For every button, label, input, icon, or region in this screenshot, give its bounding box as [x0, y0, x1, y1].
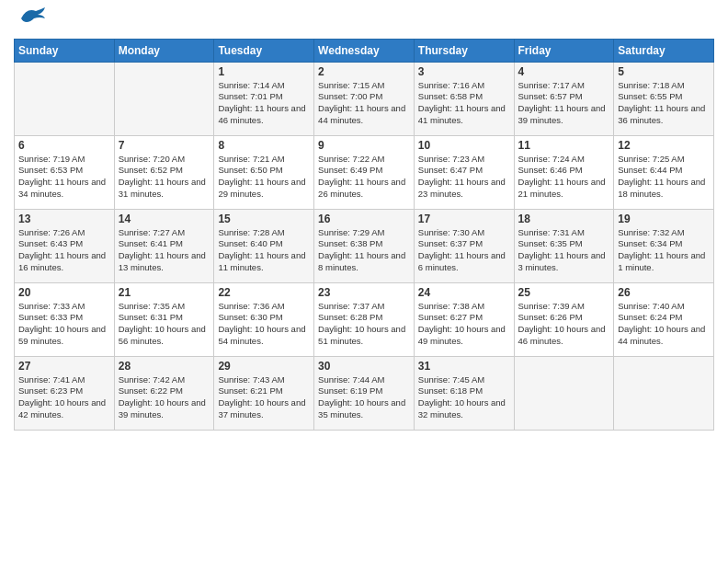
weekday-header-thursday: Thursday — [414, 39, 514, 62]
day-number: 15 — [218, 213, 310, 225]
cell-info: Sunrise: 7:20 AM Sunset: 6:52 PM Dayligh… — [119, 154, 210, 201]
cell-info: Sunrise: 7:43 AM Sunset: 6:21 PM Dayligh… — [218, 374, 310, 421]
calendar-cell: 22Sunrise: 7:36 AM Sunset: 6:30 PM Dayli… — [214, 282, 314, 356]
day-number: 29 — [218, 360, 310, 373]
day-number: 2 — [318, 65, 410, 78]
calendar-row-2: 13Sunrise: 7:26 AM Sunset: 6:43 PM Dayli… — [15, 209, 714, 282]
day-number: 7 — [119, 139, 210, 152]
day-number: 23 — [318, 286, 410, 299]
cell-info: Sunrise: 7:36 AM Sunset: 6:30 PM Dayligh… — [218, 301, 310, 348]
cell-info: Sunrise: 7:27 AM Sunset: 6:41 PM Dayligh… — [119, 227, 210, 274]
calendar-cell: 8Sunrise: 7:21 AM Sunset: 6:50 PM Daylig… — [214, 135, 314, 209]
cell-info: Sunrise: 7:44 AM Sunset: 6:19 PM Dayligh… — [318, 374, 410, 421]
day-number: 13 — [18, 213, 110, 225]
calendar-cell: 16Sunrise: 7:29 AM Sunset: 6:38 PM Dayli… — [314, 209, 415, 282]
cell-info: Sunrise: 7:38 AM Sunset: 6:27 PM Dayligh… — [418, 301, 510, 348]
calendar-cell: 9Sunrise: 7:22 AM Sunset: 6:49 PM Daylig… — [314, 135, 415, 209]
calendar-cell: 4Sunrise: 7:17 AM Sunset: 6:57 PM Daylig… — [514, 62, 614, 135]
calendar-cell — [614, 356, 714, 430]
weekday-header-tuesday: Tuesday — [214, 39, 314, 62]
calendar-cell: 12Sunrise: 7:25 AM Sunset: 6:44 PM Dayli… — [614, 135, 714, 209]
day-number: 1 — [218, 65, 310, 78]
logo — [14, 13, 47, 31]
day-number: 26 — [618, 286, 710, 299]
day-number: 3 — [418, 65, 510, 78]
weekday-header-wednesday: Wednesday — [314, 39, 415, 62]
calendar-cell: 5Sunrise: 7:18 AM Sunset: 6:55 PM Daylig… — [614, 62, 714, 135]
day-number: 28 — [119, 360, 210, 373]
cell-info: Sunrise: 7:19 AM Sunset: 6:53 PM Dayligh… — [18, 154, 110, 201]
calendar-cell — [114, 62, 214, 135]
calendar-cell: 13Sunrise: 7:26 AM Sunset: 6:43 PM Dayli… — [15, 209, 115, 282]
calendar-cell: 23Sunrise: 7:37 AM Sunset: 6:28 PM Dayli… — [314, 282, 415, 356]
cell-info: Sunrise: 7:37 AM Sunset: 6:28 PM Dayligh… — [318, 301, 410, 348]
day-number: 19 — [618, 213, 710, 225]
cell-info: Sunrise: 7:45 AM Sunset: 6:18 PM Dayligh… — [418, 374, 510, 421]
calendar-cell: 20Sunrise: 7:33 AM Sunset: 6:33 PM Dayli… — [15, 282, 115, 356]
day-number: 14 — [119, 213, 210, 225]
calendar-cell: 15Sunrise: 7:28 AM Sunset: 6:40 PM Dayli… — [214, 209, 314, 282]
cell-info: Sunrise: 7:18 AM Sunset: 6:55 PM Dayligh… — [618, 80, 710, 127]
cell-info: Sunrise: 7:33 AM Sunset: 6:33 PM Dayligh… — [18, 301, 110, 348]
calendar-cell: 18Sunrise: 7:31 AM Sunset: 6:35 PM Dayli… — [514, 209, 614, 282]
weekday-header-sunday: Sunday — [15, 39, 115, 62]
calendar-cell: 24Sunrise: 7:38 AM Sunset: 6:27 PM Dayli… — [414, 282, 514, 356]
calendar-row-1: 6Sunrise: 7:19 AM Sunset: 6:53 PM Daylig… — [15, 135, 714, 209]
calendar-table: SundayMondayTuesdayWednesdayThursdayFrid… — [14, 39, 714, 431]
calendar-row-4: 27Sunrise: 7:41 AM Sunset: 6:23 PM Dayli… — [15, 356, 714, 430]
day-number: 31 — [418, 360, 510, 373]
calendar-cell: 26Sunrise: 7:40 AM Sunset: 6:24 PM Dayli… — [614, 282, 714, 356]
calendar-cell: 1Sunrise: 7:14 AM Sunset: 7:01 PM Daylig… — [214, 62, 314, 135]
day-number: 25 — [518, 286, 610, 299]
day-number: 8 — [218, 139, 310, 152]
day-number: 11 — [518, 139, 610, 152]
cell-info: Sunrise: 7:41 AM Sunset: 6:23 PM Dayligh… — [18, 374, 110, 421]
cell-info: Sunrise: 7:32 AM Sunset: 6:34 PM Dayligh… — [618, 227, 710, 274]
weekday-header-friday: Friday — [514, 39, 614, 62]
calendar-cell: 10Sunrise: 7:23 AM Sunset: 6:47 PM Dayli… — [414, 135, 514, 209]
cell-info: Sunrise: 7:15 AM Sunset: 7:00 PM Dayligh… — [318, 80, 410, 127]
cell-info: Sunrise: 7:40 AM Sunset: 6:24 PM Dayligh… — [618, 301, 710, 348]
day-number: 16 — [318, 213, 410, 225]
day-number: 17 — [418, 213, 510, 225]
calendar-cell: 25Sunrise: 7:39 AM Sunset: 6:26 PM Dayli… — [514, 282, 614, 356]
calendar-header-row: SundayMondayTuesdayWednesdayThursdayFrid… — [15, 39, 714, 62]
cell-info: Sunrise: 7:24 AM Sunset: 6:46 PM Dayligh… — [518, 154, 610, 201]
day-number: 20 — [18, 286, 110, 299]
day-number: 9 — [318, 139, 410, 152]
calendar-row-0: 1Sunrise: 7:14 AM Sunset: 7:01 PM Daylig… — [15, 62, 714, 135]
cell-info: Sunrise: 7:31 AM Sunset: 6:35 PM Dayligh… — [518, 227, 610, 274]
cell-info: Sunrise: 7:21 AM Sunset: 6:50 PM Dayligh… — [218, 154, 310, 201]
day-number: 24 — [418, 286, 510, 299]
calendar-cell: 7Sunrise: 7:20 AM Sunset: 6:52 PM Daylig… — [114, 135, 214, 209]
calendar-cell: 27Sunrise: 7:41 AM Sunset: 6:23 PM Dayli… — [15, 356, 115, 430]
calendar-cell: 30Sunrise: 7:44 AM Sunset: 6:19 PM Dayli… — [314, 356, 415, 430]
calendar-cell: 3Sunrise: 7:16 AM Sunset: 6:58 PM Daylig… — [414, 62, 514, 135]
calendar-cell — [514, 356, 614, 430]
calendar-cell: 28Sunrise: 7:42 AM Sunset: 6:22 PM Dayli… — [114, 356, 214, 430]
cell-info: Sunrise: 7:30 AM Sunset: 6:37 PM Dayligh… — [418, 227, 510, 274]
calendar-cell: 11Sunrise: 7:24 AM Sunset: 6:46 PM Dayli… — [514, 135, 614, 209]
cell-info: Sunrise: 7:39 AM Sunset: 6:26 PM Dayligh… — [518, 301, 610, 348]
calendar-cell: 6Sunrise: 7:19 AM Sunset: 6:53 PM Daylig… — [15, 135, 115, 209]
calendar-cell: 14Sunrise: 7:27 AM Sunset: 6:41 PM Dayli… — [114, 209, 214, 282]
day-number: 5 — [618, 65, 710, 78]
cell-info: Sunrise: 7:23 AM Sunset: 6:47 PM Dayligh… — [418, 154, 510, 201]
cell-info: Sunrise: 7:25 AM Sunset: 6:44 PM Dayligh… — [618, 154, 710, 201]
weekday-header-saturday: Saturday — [614, 39, 714, 62]
logo-bird-icon — [17, 6, 47, 29]
cell-info: Sunrise: 7:17 AM Sunset: 6:57 PM Dayligh… — [518, 80, 610, 127]
calendar-cell: 29Sunrise: 7:43 AM Sunset: 6:21 PM Dayli… — [214, 356, 314, 430]
calendar-row-3: 20Sunrise: 7:33 AM Sunset: 6:33 PM Dayli… — [15, 282, 714, 356]
calendar-cell: 2Sunrise: 7:15 AM Sunset: 7:00 PM Daylig… — [314, 62, 415, 135]
day-number: 18 — [518, 213, 610, 225]
cell-info: Sunrise: 7:14 AM Sunset: 7:01 PM Dayligh… — [218, 80, 310, 127]
cell-info: Sunrise: 7:26 AM Sunset: 6:43 PM Dayligh… — [18, 227, 110, 274]
cell-info: Sunrise: 7:28 AM Sunset: 6:40 PM Dayligh… — [218, 227, 310, 274]
cell-info: Sunrise: 7:22 AM Sunset: 6:49 PM Dayligh… — [318, 154, 410, 201]
day-number: 22 — [218, 286, 310, 299]
day-number: 27 — [18, 360, 110, 373]
day-number: 21 — [119, 286, 210, 299]
day-number: 12 — [618, 139, 710, 152]
day-number: 6 — [18, 139, 110, 152]
